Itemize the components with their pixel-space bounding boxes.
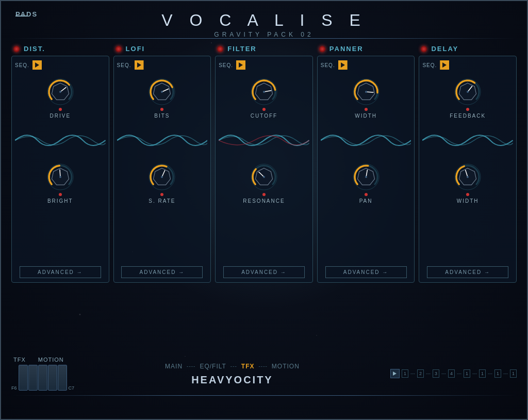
knob-label-resonance: RESONANCE [243,198,285,204]
knob-container-drive: DRIVE [45,77,75,119]
nav-center: MAIN ---- EQ/FILT --- TFX ---- MOTION HE… [163,362,302,386]
waveform-filter [219,125,309,156]
seq-row-dist: SEQ. [15,60,106,70]
seq-row-panner: SEQ. [321,60,411,70]
play-icon-delay [442,62,447,68]
knob-bright[interactable] [45,162,75,192]
header: PADS V O C A L I S E GRAVITY PACK 02 [1,1,527,42]
play-icon-dist [35,62,39,68]
knob-dot-drive [59,108,62,111]
svg-line-6 [60,170,60,177]
advanced-btn-filter[interactable]: ADVANCED → [223,266,305,278]
knob-srate[interactable] [147,162,177,192]
transport-num-3[interactable]: 3 [433,369,439,378]
seq-play-btn-filter[interactable] [236,60,245,70]
nav-tabs: MAIN ---- EQ/FILT --- TFX ---- MOTION [163,362,302,371]
effect-section-filter: FILTER SEQ. CUTOFF RESONANCE [215,45,313,283]
key-3[interactable] [38,365,47,391]
tab-eq-filt[interactable]: EQ/FILT [197,362,228,371]
key-low-label: F6 [11,385,17,391]
knob-label-feedback: FEEDBACK [450,113,486,119]
knob-label-width2: WIDTH [457,198,479,204]
effect-section-dist: DIST. SEQ. DRIVE BRIGHT [11,45,109,283]
effects-row: DIST. SEQ. DRIVE BRIGHT [11,45,517,283]
knob-container-feedback: FEEDBACK [450,77,486,119]
knob-width[interactable] [351,77,381,107]
knob-width2[interactable] [453,162,483,192]
advanced-btn-delay[interactable]: ADVANCED → [427,266,508,278]
svg-point-7 [59,176,61,178]
knob-label-pan: PAN [359,198,373,204]
transport-num-1[interactable]: 1 [402,369,408,378]
svg-point-19 [263,91,265,93]
seq-play-btn-panner[interactable] [338,60,348,70]
key-2[interactable] [28,365,38,391]
logo: HEAVYOCITY [191,374,273,386]
svg-point-31 [365,176,367,178]
knob-feedback[interactable] [453,77,483,107]
waveform-dist [15,125,106,156]
keys-display [19,365,67,391]
transport-num-4[interactable]: 4 [448,369,455,378]
svg-point-39 [467,176,469,178]
effect-indicator-delay [421,46,427,52]
piano-keys: F6 C7 [11,365,74,391]
waveform-lofi [117,125,208,156]
svg-point-23 [263,176,265,178]
knob-container-bits: BITS [147,77,177,119]
knob-label-cutoff: CUTOFF [251,113,277,119]
motion-label: MOTION [38,357,64,363]
key-4[interactable] [48,365,57,391]
knob-dot-srate [160,193,163,196]
transport-num-7[interactable]: 1 [494,369,501,378]
tab-tfx[interactable]: TFX [239,362,257,371]
effect-header-dist: DIST. [11,45,109,53]
seq-label-filter: SEQ. [219,62,233,68]
waveform-panner [321,125,411,156]
seq-play-btn-lofi[interactable] [135,60,144,70]
effect-label-dist: DIST. [24,45,45,53]
knob-bits[interactable] [147,77,177,107]
bottom-divider [11,395,517,396]
knob-dot-width [365,108,368,111]
play-icon-filter [239,62,243,68]
advanced-btn-lofi[interactable]: ADVANCED → [121,266,203,278]
knob-resonance[interactable] [249,162,279,192]
play-icon-panner [341,62,345,68]
advanced-btn-panner[interactable]: ADVANCED → [325,266,407,278]
effect-section-delay: DELAY SEQ. FEEDBACK WIDTH [419,45,517,283]
seq-play-btn-dist[interactable] [32,60,42,70]
knob-container-bright: BRIGHT [45,162,75,204]
seq-label-lofi: SEQ. [117,62,131,68]
tab-motion[interactable]: MOTION [270,362,302,371]
transport-num-5[interactable]: 1 [464,369,470,378]
knob-container-resonance: RESONANCE [243,162,285,204]
knob-cutoff[interactable] [249,77,279,107]
key-1[interactable] [19,365,28,391]
key-5[interactable] [58,365,67,391]
knob-container-cutoff: CUTOFF [249,77,279,119]
effect-header-panner: PANNER [317,45,415,53]
svg-line-26 [366,92,373,92]
transport-num-2[interactable]: 2 [417,369,424,378]
knob-label-bright: BRIGHT [47,198,73,204]
knob-container-srate: S. RATE [147,162,177,204]
main-container: PADS V O C A L I S E GRAVITY PACK 02 DIS… [0,0,528,420]
knob-pan[interactable] [351,162,381,192]
transport-play-btn[interactable] [390,369,400,378]
advanced-btn-dist[interactable]: ADVANCED → [20,266,101,278]
knob-dot-feedback [466,108,469,111]
tab-main[interactable]: MAIN [163,362,185,371]
play-icon [393,371,397,376]
effect-header-filter: FILTER [215,45,313,53]
effect-indicator-panner [319,46,325,52]
seq-play-btn-delay[interactable] [440,60,449,70]
effect-section-panner: PANNER SEQ. WIDTH PAN A [317,45,415,283]
knob-label-bits: BITS [154,113,170,119]
svg-point-35 [467,91,469,93]
transport-num-6[interactable]: 1 [479,369,486,378]
transport-num-8[interactable]: 1 [510,369,517,378]
key-high-label: C7 [69,385,75,391]
knob-drive[interactable] [45,77,75,107]
transport: 1 --- 2 --- 3 --- 4 --- 1 --- 1 --- 1 --… [390,369,517,378]
